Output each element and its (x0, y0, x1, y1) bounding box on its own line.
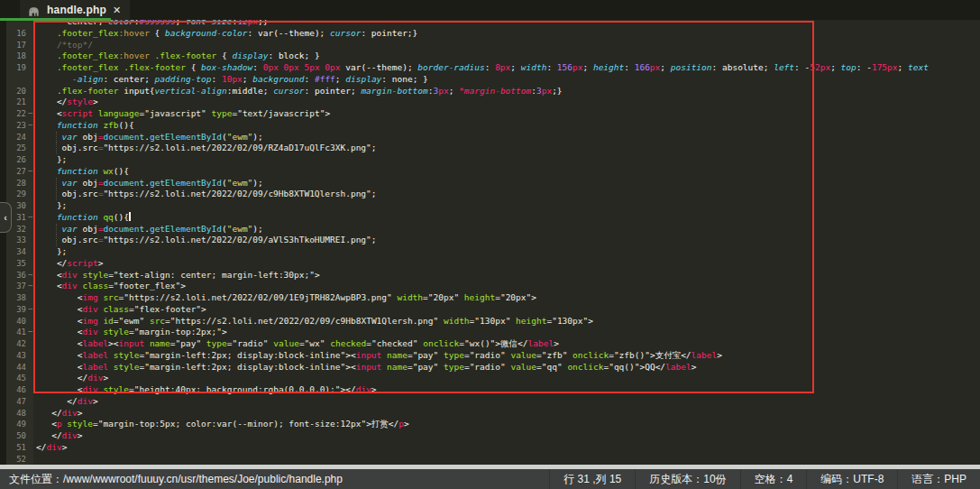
code-line[interactable]: 48 </div> (0, 408, 980, 420)
code-line[interactable]: 23– function zfb(){ (0, 120, 980, 132)
code-line[interactable]: 35 </script> (0, 258, 980, 270)
line-number[interactable]: 26 (0, 154, 33, 166)
code-text: }; (33, 200, 67, 212)
fold-marker-icon[interactable]: – (28, 304, 32, 316)
code-line[interactable]: 34 }; (0, 246, 980, 258)
code-line[interactable]: 51</div> (0, 442, 980, 454)
code-line[interactable]: 21 </style> (0, 97, 980, 108)
line-number[interactable]: 50 (0, 430, 33, 442)
code-text: <label style="margin-left:2px; display:b… (33, 362, 696, 374)
line-number[interactable]: 36– (0, 270, 33, 281)
fold-marker-icon[interactable]: – (28, 108, 32, 120)
line-number[interactable] (0, 20, 33, 28)
code-line[interactable]: 46 <div style="height:40px; background:r… (0, 384, 980, 396)
code-line[interactable]: -align: center; padding-top: 10px; backg… (0, 74, 980, 86)
line-number[interactable]: 28 (0, 178, 33, 189)
tab-bar: handle.php ✕ (0, 0, 980, 20)
line-number[interactable]: 23– (0, 120, 33, 132)
line-number[interactable]: 44 (0, 362, 33, 374)
line-number[interactable]: 43 (0, 350, 33, 362)
line-number[interactable]: 24 (0, 132, 33, 143)
code-line[interactable]: 40 <img id="ewm" src="https://s2.loli.ne… (0, 316, 980, 328)
tab-close-icon[interactable]: ✕ (113, 5, 121, 16)
code-editor[interactable]: center; color:#999999; font-size:12px;}1… (0, 20, 980, 465)
line-number[interactable]: 35 (0, 258, 33, 270)
code-line[interactable]: 49 <p style="margin-top:5px; color:var(-… (0, 419, 980, 430)
tab-handle-php[interactable]: handle.php ✕ (20, 0, 130, 20)
line-number[interactable]: 47 (0, 396, 33, 408)
line-number[interactable]: 48 (0, 408, 33, 420)
line-number[interactable]: 49 (0, 419, 33, 430)
code-text: center; color:#999999; font-size:12px;} (33, 20, 269, 28)
line-number[interactable]: 40 (0, 316, 33, 328)
code-line[interactable]: 43 <label style="margin-left:2px; displa… (0, 350, 980, 362)
code-line[interactable]: 24 var obj=document.getElementById("ewm"… (0, 132, 980, 143)
line-number[interactable]: 25 (0, 143, 33, 154)
line-number[interactable]: 33 (0, 235, 33, 246)
line-number[interactable]: 46 (0, 384, 33, 396)
code-line[interactable]: 28 var obj=document.getElementById("ewm"… (0, 178, 980, 189)
status-right-items: 行 31 ,列 15历史版本：10份空格：4编码：UTF-8语言：PHP (549, 469, 980, 489)
code-line[interactable]: 20 .flex-footer input{vertical-align:mid… (0, 86, 980, 97)
line-number[interactable]: 27– (0, 166, 33, 178)
status-item: 行 31 ,列 15 (550, 472, 635, 487)
code-line[interactable]: 18 .footer_flex:hover .flex-footer { dis… (0, 51, 980, 62)
fold-marker-icon[interactable]: – (28, 270, 32, 281)
line-number[interactable]: 17 (0, 40, 33, 51)
code-text: <div style="text-align: center; margin-l… (33, 270, 320, 281)
code-line[interactable]: 33 obj.src="https://s2.loli.net/2022/02/… (0, 235, 980, 246)
code-line[interactable]: 37– <div class="footer_flex"> (0, 281, 980, 292)
code-line[interactable]: 38 <img src="https://s2.loli.net/2022/02… (0, 292, 980, 304)
line-number[interactable]: 41– (0, 327, 33, 338)
line-number[interactable]: 38 (0, 292, 33, 304)
line-number[interactable]: 42 (0, 338, 33, 350)
code-line[interactable]: 50 </div> (0, 430, 980, 442)
code-text: </div> (33, 430, 83, 442)
fold-marker-icon[interactable]: – (28, 212, 32, 224)
code-lines[interactable]: center; color:#999999; font-size:12px;}1… (0, 20, 980, 465)
code-line[interactable]: 42 <label><input name="pay" type="radio"… (0, 338, 980, 350)
code-line[interactable]: 22– <script language="javascript" type="… (0, 108, 980, 120)
code-line[interactable]: 39– <div class="flex-footer"> (0, 304, 980, 316)
line-number[interactable]: 52 (0, 454, 33, 466)
line-number[interactable]: 34 (0, 246, 33, 258)
code-line[interactable]: 30 }; (0, 200, 980, 212)
code-line[interactable]: 31– function qq(){ (0, 212, 980, 224)
code-line[interactable]: 29 obj.src="https://s2.loli.net/2022/02/… (0, 189, 980, 200)
line-number[interactable]: 39– (0, 304, 33, 316)
code-line[interactable]: 19 .footer_flex .flex-footer { box-shado… (0, 62, 980, 74)
line-number[interactable]: 18 (0, 51, 33, 62)
fold-marker-icon[interactable]: – (28, 166, 32, 178)
fold-marker-icon[interactable]: – (28, 327, 32, 338)
line-number[interactable]: 21 (0, 97, 33, 108)
code-line[interactable]: 47 </div> (0, 396, 980, 408)
line-number[interactable]: 19 (0, 62, 33, 74)
code-line[interactable]: 52 (0, 454, 980, 466)
code-line[interactable]: 17 /*top*/ (0, 40, 980, 51)
code-line[interactable]: center; color:#999999; font-size:12px;} (0, 20, 980, 28)
code-line[interactable]: 26 }; (0, 154, 980, 166)
code-line[interactable]: 41– <div style="margin-top:2px;"> (0, 327, 980, 338)
code-line[interactable]: 32 var obj=document.getElementById("ewm"… (0, 224, 980, 235)
fold-marker-icon[interactable]: – (28, 281, 32, 292)
code-line[interactable]: 16 .footer_flex:hover { background-color… (0, 28, 980, 40)
code-text: </div> (33, 442, 67, 454)
code-line[interactable]: 36– <div style="text-align: center; marg… (0, 270, 980, 281)
code-line[interactable]: 44 <label style="margin-left:2px; displa… (0, 362, 980, 374)
code-text: .footer_flex:hover .flex-footer { displa… (33, 51, 320, 62)
line-number[interactable]: 20 (0, 86, 33, 97)
code-text: obj.src="https://s2.loli.net/2022/02/09/… (33, 235, 377, 246)
line-number[interactable]: 22– (0, 108, 33, 120)
line-number[interactable]: 45 (0, 373, 33, 384)
line-number[interactable] (0, 74, 33, 86)
collapse-sidebar-button[interactable]: ‹ (0, 202, 12, 233)
code-line[interactable]: 25 obj.src="https://s2.loli.net/2022/02/… (0, 143, 980, 154)
code-line[interactable]: 45 </div> (0, 373, 980, 384)
line-number[interactable]: 37– (0, 281, 33, 292)
fold-marker-icon[interactable]: – (28, 120, 32, 132)
code-text: <div class="footer_flex"> (33, 281, 186, 292)
code-line[interactable]: 27– function wx(){ (0, 166, 980, 178)
line-number[interactable]: 29 (0, 189, 33, 200)
line-number[interactable]: 51 (0, 442, 33, 454)
line-number[interactable]: 16 (0, 28, 33, 40)
